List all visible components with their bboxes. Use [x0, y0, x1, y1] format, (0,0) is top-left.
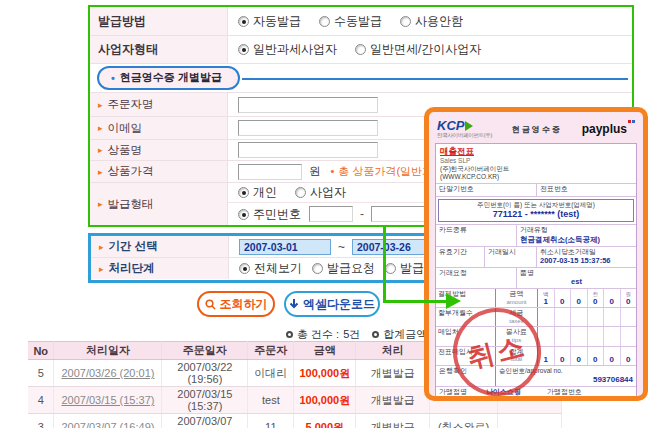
slip-line: (주)한국사이버페이먼트: [440, 165, 632, 173]
tx-type-label: 거래유형: [520, 226, 633, 235]
slip-number-label: 전표번호: [536, 184, 636, 196]
col-proc-date: 처리일자: [54, 342, 162, 360]
ceo-label: 대표자명: [436, 399, 483, 402]
period-from-input[interactable]: [239, 239, 331, 255]
business-no-value: 1240774961: [593, 399, 636, 402]
proc-date-link[interactable]: 2007/03/26 (20:01): [61, 367, 154, 379]
cell-order-date: 2007/03/22 (19:56): [162, 360, 248, 387]
orderer-label: 주문자명: [98, 97, 154, 112]
cell-amount: 100,000원: [294, 360, 356, 387]
business-no-label: 사업자번호: [542, 399, 593, 402]
cell-orderer: test: [248, 387, 294, 414]
radio-icon[interactable]: [385, 263, 396, 274]
receipt-brand-header: KCP 한국사이버페이먼트(주) 현금영수증 payplus: [435, 116, 637, 142]
page: 발급방법 자동발급 수동발급 사용안함 사업자형태 일반과세사업자 일반면세/간…: [0, 0, 655, 428]
row-issue-method: 발급방법 자동발급 수동발급 사용안함: [90, 7, 632, 36]
radio-general-taxpayer[interactable]: 일반과세사업자: [238, 41, 337, 58]
cell-orderer: 11: [248, 414, 294, 428]
ceo-value: 이현주: [483, 399, 542, 402]
radio-icon[interactable]: [295, 187, 306, 198]
radio-exempt-taxpayer[interactable]: 일반면세/간이사업자: [355, 41, 481, 58]
price-input[interactable]: [238, 164, 302, 180]
slip-title: 매출전표: [440, 146, 632, 157]
search-button[interactable]: 조회하기: [197, 291, 275, 317]
radio-label: 자동발급: [253, 13, 301, 30]
col-orderer: 주문자: [248, 342, 294, 360]
product-input[interactable]: [238, 142, 378, 158]
orderer-input[interactable]: [238, 97, 378, 113]
tx-request-label: 거래요청: [436, 268, 516, 288]
kcp-logo-text: KCP: [437, 119, 464, 132]
cell-no: 3: [28, 414, 54, 428]
price-label: 상품가격: [98, 164, 154, 179]
id-caption: 주민번호(이 름) 또는 사업자번호(업체명): [439, 201, 633, 209]
price-unit: 원: [309, 164, 321, 179]
radio-icon[interactable]: [238, 187, 249, 198]
jumin-input-1[interactable]: [309, 206, 353, 222]
cell-order-date: 2007/03/15 (15:37): [162, 387, 248, 414]
radio-icon[interactable]: [238, 16, 249, 27]
radio-label: 주민번호: [253, 206, 301, 223]
jumin-input-2[interactable]: [371, 206, 425, 222]
row-business-type: 사업자형태 일반과세사업자 일반면세/간이사업자: [90, 36, 632, 64]
radio-manual-issue[interactable]: 수동발급: [319, 13, 382, 30]
terminal-number-label: 단말기번호: [436, 184, 536, 196]
radio-icon[interactable]: [319, 16, 330, 27]
radio-label: 일반면세/간이사업자: [370, 41, 481, 58]
digit: 0: [626, 356, 630, 365]
payplus-logo-text: payplus: [582, 122, 627, 136]
cell-status: (취소완료): [430, 414, 498, 428]
email-input[interactable]: [238, 120, 378, 136]
radio-issue-request[interactable]: 발급요청: [312, 260, 375, 277]
radio-icon[interactable]: [238, 209, 249, 220]
count-label: 총 건수 :: [297, 327, 339, 342]
digit: 0: [560, 356, 564, 365]
excel-download-button[interactable]: 엑셀다운로드: [284, 291, 380, 317]
card-type-row: 카드종류 거래유형 현금결제취소(소득공제): [436, 224, 636, 246]
merchant-name-row: 가맹점명 나이스쇼핑 가맹점번호: [436, 387, 636, 398]
proc-date-link[interactable]: 2007/03/15 (15:37): [61, 394, 154, 406]
radio-icon[interactable]: [355, 44, 366, 55]
download-arrow-icon: [289, 298, 299, 310]
email-label: 이메일: [98, 121, 142, 136]
section-header-row: 현금영수증 개별발급: [90, 64, 632, 93]
table-row: 3 2007/03/07 (16:49) 2007/03/07 (16:40) …: [28, 414, 562, 428]
radio-auto-issue[interactable]: 자동발급: [238, 13, 301, 30]
bullet-icon: [286, 331, 293, 338]
amount-label-en: amount: [498, 299, 535, 307]
proc-date-link[interactable]: 2007/03/07 (16:49): [61, 421, 154, 428]
digit: 0: [626, 298, 630, 307]
payplus-logo: payplus: [582, 122, 635, 136]
digit: 0: [577, 298, 581, 307]
business-type-label: 사업자형태: [90, 36, 228, 63]
product-label: 상품명: [98, 143, 142, 158]
bullet-icon: [372, 331, 379, 338]
radio-no-use[interactable]: 사용안함: [400, 13, 463, 30]
radio-person[interactable]: 개인: [238, 184, 277, 201]
radio-icon[interactable]: [400, 16, 411, 27]
radio-jumin[interactable]: 주민번호: [238, 206, 301, 223]
cell-no: 4: [28, 387, 54, 414]
excel-button-label: 엑셀다운로드: [303, 296, 375, 313]
receipt-popup: KCP 한국사이버페이먼트(주) 현금영수증 payplus 매출전표 Sale…: [424, 107, 648, 401]
search-icon: [205, 299, 216, 310]
item-row: 거래요청 품명 est: [436, 268, 636, 289]
cell-amount: 100,000원: [294, 387, 356, 414]
radio-icon[interactable]: [238, 44, 249, 55]
radio-icon[interactable]: [312, 263, 323, 274]
radio-icon[interactable]: [239, 263, 250, 274]
kcp-company-subtext: 한국사이버페이먼트(주): [437, 132, 492, 139]
radio-business[interactable]: 사업자: [295, 184, 346, 201]
tx-date-row: 유효기간 거래일시 취소시당초거래일 2007-03-15 15:37:56: [436, 247, 636, 268]
digit: 0: [593, 298, 597, 307]
payplus-squares-icon: [628, 120, 635, 123]
radio-view-all[interactable]: 전체보기: [239, 260, 302, 277]
slip-line: (WWW.KCP.CO.KR): [440, 173, 632, 181]
item-name-label: 품명: [520, 269, 534, 276]
ceo-row: 대표자명 이현주 사업자번호 1240774961: [436, 398, 636, 401]
radio-label: 사용안함: [415, 13, 463, 30]
cell-proc: 개별발급: [356, 387, 430, 414]
digit: 0: [560, 298, 564, 307]
kcp-arrow-icon: [465, 121, 473, 131]
cell-proc: 개별발급: [356, 360, 430, 387]
